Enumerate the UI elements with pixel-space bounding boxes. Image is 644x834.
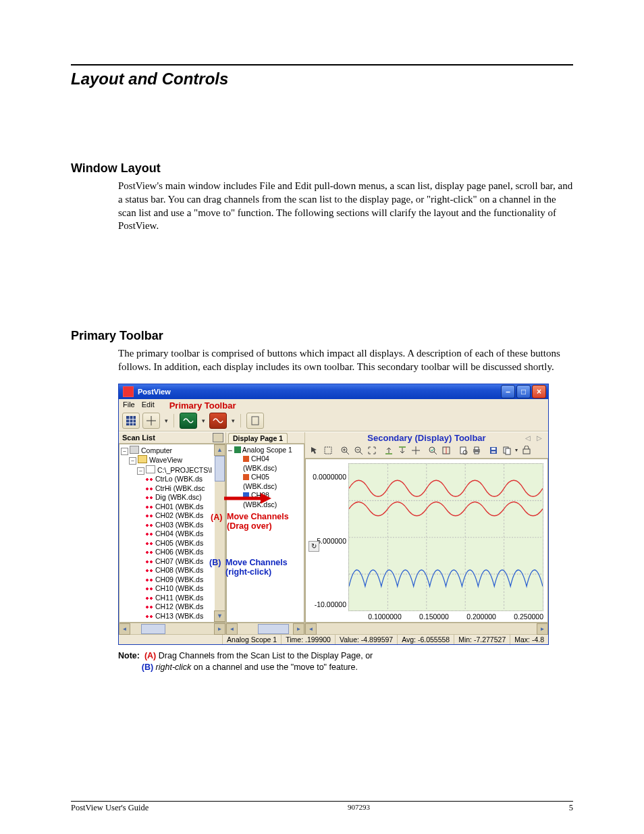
- heading-window-layout: Window Layout: [71, 161, 573, 176]
- figure-note: Note: (A) Drag Channels from the Scan Li…: [118, 650, 573, 673]
- status-avg: Avg: -6.055558: [398, 635, 454, 644]
- tree-channel[interactable]: Dig (WBK.dsc): [155, 493, 202, 501]
- settings-icon[interactable]: [520, 444, 533, 457]
- tree-projects[interactable]: C:\_PROJECTS\I: [157, 466, 212, 474]
- scope-green-button[interactable]: [180, 413, 197, 429]
- tree-channel[interactable]: CH05 (WBK.ds: [155, 539, 203, 547]
- grid-button[interactable]: [122, 413, 140, 429]
- display-tree[interactable]: – Analog Scope 1 CH04 (WBK.dsc) CH05 (WB…: [226, 444, 304, 623]
- menu-file[interactable]: File: [123, 400, 135, 411]
- svg-point-7: [429, 447, 435, 452]
- select-rect-icon[interactable]: [321, 444, 334, 457]
- svg-rect-18: [506, 448, 510, 454]
- close-button[interactable]: ×: [532, 385, 546, 398]
- svg-rect-1: [252, 417, 259, 425]
- tree-channel[interactable]: CH12 (WBK.ds: [155, 602, 203, 610]
- zoom-fit-icon[interactable]: [365, 444, 378, 457]
- tree-computer[interactable]: Computer: [141, 446, 172, 454]
- scan-list-tree[interactable]: –Computer –WaveView –C:\_PROJECTS\I CtrL…: [119, 444, 225, 623]
- footer-left: PostView User's Guide: [71, 803, 149, 813]
- cursor-icon[interactable]: [439, 444, 452, 457]
- display-tree-hscroll[interactable]: [226, 623, 304, 634]
- rule-top: [71, 64, 573, 66]
- tree-channel[interactable]: CH10 (WBK.ds: [155, 584, 203, 592]
- svg-rect-15: [491, 448, 495, 450]
- autoscale-y-up-icon[interactable]: [382, 444, 395, 457]
- tree-channel[interactable]: CH01 (WBK.ds: [155, 502, 203, 511]
- para-primary-toolbar: The primary toolbar is comprised of butt…: [118, 347, 573, 374]
- display-tree-root[interactable]: Analog Scope 1: [242, 446, 292, 454]
- tab-display-page-1[interactable]: Display Page 1: [228, 433, 288, 443]
- heading-primary-toolbar: Primary Toolbar: [71, 329, 573, 343]
- app-icon: [123, 386, 134, 397]
- status-min: Min: -7.277527: [454, 635, 510, 644]
- tree-channel[interactable]: CH13 (WBK.ds: [155, 612, 203, 620]
- tree-channel[interactable]: CH11 (WBK.ds: [155, 594, 203, 602]
- chart-pane: Secondary (Display) Toolbar ◁ ▷: [305, 432, 548, 635]
- autoscale-y-down-icon[interactable]: [396, 444, 408, 457]
- tree-channel[interactable]: CH02 (WBK.ds: [155, 511, 203, 519]
- svg-rect-0: [126, 416, 136, 425]
- svg-rect-19: [523, 449, 530, 454]
- x-axis-labels: 0 0.1000000 0.150000 0.200000 0.250000: [346, 613, 543, 622]
- tree-channel[interactable]: CH09 (WBK.ds: [155, 575, 203, 583]
- page-preview-icon[interactable]: [456, 444, 469, 457]
- postview-window: PostView – □ × File Edit Primary Toolbar…: [118, 384, 549, 646]
- footer-right: 5: [569, 803, 573, 813]
- page-button[interactable]: [246, 413, 264, 429]
- tree-channel[interactable]: CtrHi (WBK.dsc: [155, 484, 205, 492]
- section-title: Layout and Controls: [71, 70, 573, 88]
- tree-channel[interactable]: CH03 (WBK.ds: [155, 521, 203, 529]
- zoom-in-icon[interactable]: [338, 444, 351, 457]
- save-icon[interactable]: [487, 444, 500, 457]
- footer-mid: 907293: [348, 803, 370, 813]
- crosshair-button[interactable]: [142, 413, 160, 429]
- menu-edit[interactable]: Edit: [142, 400, 155, 411]
- status-name: Analog Scope 1: [223, 635, 281, 644]
- tree-channel[interactable]: CH04 (WBK.ds: [155, 529, 203, 538]
- center-icon[interactable]: [409, 444, 422, 457]
- dock-icon[interactable]: [213, 433, 223, 442]
- window-title: PostView: [138, 388, 171, 396]
- tree-waveview[interactable]: WaveView: [149, 456, 182, 464]
- tree-channel[interactable]: CH08 (WBK.ds: [155, 566, 203, 574]
- svg-rect-2: [325, 447, 331, 454]
- scope-red-dropdown[interactable]: ▾: [230, 417, 236, 424]
- svg-rect-5: [385, 453, 392, 454]
- status-value: Value: -4.899597: [336, 635, 398, 644]
- label-primary-toolbar: Primary Toolbar: [169, 400, 236, 411]
- tree-channel[interactable]: CH06 (WBK.ds: [155, 548, 203, 556]
- tree-channel[interactable]: CH07 (WBK.ds: [155, 557, 203, 565]
- scan-list-title: Scan List: [122, 434, 155, 442]
- para-window-layout: PostView's main window includes File and…: [118, 180, 573, 233]
- tree-channel[interactable]: CtrLo (WBK.ds: [155, 475, 203, 483]
- titlebar: PostView – □ ×: [119, 384, 548, 399]
- status-max: Max: -4.8: [510, 635, 548, 644]
- scan-list-hscroll[interactable]: [119, 623, 225, 634]
- zoom-out-icon[interactable]: [352, 444, 365, 457]
- scope-red-button[interactable]: [209, 413, 227, 429]
- zoom-home-icon[interactable]: [426, 444, 439, 457]
- svg-rect-16: [491, 451, 495, 453]
- svg-rect-12: [475, 447, 479, 450]
- svg-rect-6: [399, 446, 406, 448]
- tab-nav-icons[interactable]: ◁ ▷: [525, 434, 544, 442]
- chart-hscroll[interactable]: ◄►: [305, 623, 548, 634]
- print-icon[interactable]: [470, 444, 483, 457]
- svg-rect-13: [475, 452, 479, 454]
- label-secondary-toolbar: Secondary (Display) Toolbar: [367, 433, 485, 443]
- pointer-icon[interactable]: [308, 444, 321, 457]
- status-bar: Analog Scope 1 Time: .199900 Value: -4.8…: [119, 634, 548, 644]
- menubar: File Edit Primary Toolbar: [119, 399, 548, 411]
- scan-list-vscroll[interactable]: ▲ ▼: [215, 444, 225, 623]
- minimize-button[interactable]: –: [501, 385, 515, 398]
- maximize-button[interactable]: □: [516, 385, 531, 398]
- copy-dropdown[interactable]: ▾: [514, 447, 519, 453]
- copy-icon[interactable]: [500, 444, 513, 457]
- secondary-toolbar: ▾: [305, 443, 548, 459]
- status-time: Time: .199900: [281, 635, 336, 644]
- crosshair-dropdown[interactable]: ▾: [163, 417, 169, 424]
- scope-green-dropdown[interactable]: ▾: [200, 417, 207, 424]
- plot-area[interactable]: ↻ 0.0000000 -5.000000 -10.00000: [305, 459, 548, 623]
- rotate-axis-icon[interactable]: ↻: [308, 541, 319, 552]
